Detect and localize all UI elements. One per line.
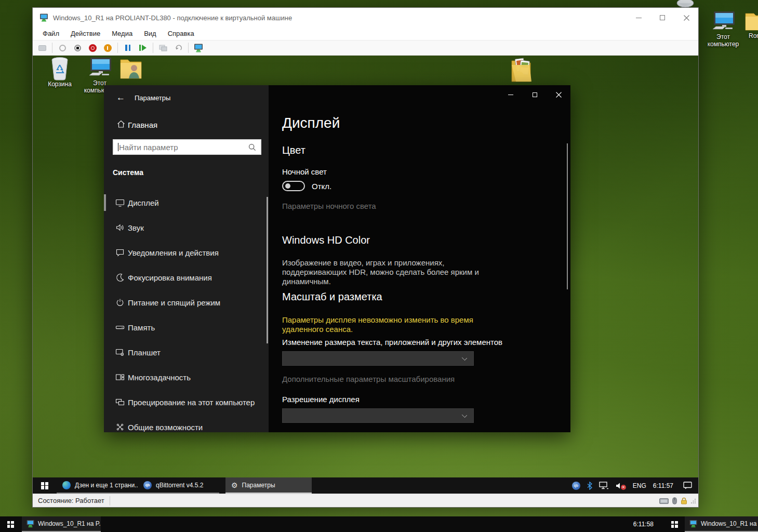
vm-recycle-bin-label: Корзина xyxy=(40,81,79,88)
host-task-vmconnect-monitor2[interactable]: Windows_10_R1 на P... xyxy=(685,516,758,532)
sidebar-scrollbar[interactable] xyxy=(267,197,268,343)
start-vm-button[interactable] xyxy=(138,43,148,53)
host-clock[interactable]: 6:11:58 xyxy=(619,516,654,532)
save-state-button[interactable] xyxy=(102,43,113,53)
sidebar-item-focus[interactable]: Фокусировка внимания xyxy=(104,265,269,290)
qbittorrent-tray-icon[interactable]: qb xyxy=(572,482,580,490)
storage-icon xyxy=(115,323,125,332)
vm-task-settings[interactable]: ⚙ Параметры xyxy=(225,477,312,494)
vm-task-qbittorrent[interactable]: qb qBittorrent v4.5.2 xyxy=(138,477,219,494)
vm-desktop: Корзина Этот компьютер xyxy=(33,56,698,494)
home-icon xyxy=(116,119,126,130)
host-folder-icon[interactable]: Ron xyxy=(744,9,758,49)
scale-section-heading: Масштаб и разметка xyxy=(282,291,382,303)
search-box[interactable] xyxy=(113,139,261,155)
sidebar-item-sound[interactable]: Звук xyxy=(104,215,269,240)
checkpoint-button[interactable] xyxy=(158,43,168,53)
night-light-toggle[interactable] xyxy=(282,181,305,191)
revert-button[interactable] xyxy=(173,43,183,53)
tablet-icon xyxy=(115,348,125,357)
vm-recycle-bin-icon[interactable]: Корзина xyxy=(40,57,79,97)
search-icon[interactable] xyxy=(248,143,256,151)
bluetooth-icon[interactable] xyxy=(587,482,592,490)
chevron-down-icon xyxy=(462,413,467,418)
host-folder-label: Ron xyxy=(744,32,758,39)
sidebar-item-storage[interactable]: Память xyxy=(104,315,269,340)
host-this-pc-icon[interactable]: Этот компьютер xyxy=(705,10,741,51)
monitor-session-icon xyxy=(194,44,203,52)
vm-user-folder-icon[interactable] xyxy=(118,57,144,83)
host-start-button-monitor2[interactable] xyxy=(664,516,685,532)
host-start-button[interactable] xyxy=(0,516,21,532)
vm-task-edge[interactable]: Дзен и еще 1 страни... xyxy=(57,477,138,494)
search-input[interactable] xyxy=(119,141,244,153)
menu-action[interactable]: Действие xyxy=(65,28,106,40)
minimize-icon xyxy=(636,18,642,18)
vm-clock[interactable]: 6:11:57 xyxy=(653,482,673,489)
sidebar-item-home[interactable]: Главная xyxy=(128,121,157,129)
settings-window: ← Параметры Главная Система Диспл xyxy=(104,85,570,432)
revert-icon xyxy=(175,44,182,51)
minimize-button[interactable] xyxy=(627,8,650,28)
close-icon xyxy=(556,92,562,98)
host-task-vmconnect[interactable]: Windows_10_R1 на P... xyxy=(22,516,101,532)
turn-off-button[interactable] xyxy=(72,43,83,53)
save-state-icon xyxy=(104,44,112,52)
desktop-root: { "host": { "taskbar": { "task": "Window… xyxy=(0,0,758,532)
sidebar-item-shared-experiences[interactable]: Общие возможности xyxy=(104,415,269,432)
vmconnect-window: Windows_10_R1 на PROLIANT-DL380 - подклю… xyxy=(32,7,699,508)
menu-help[interactable]: Справка xyxy=(162,28,200,40)
sidebar-item-display[interactable]: Дисплей xyxy=(104,190,269,215)
network-icon[interactable] xyxy=(599,482,609,489)
vm-taskbar: Дзен и еще 1 страни... qb qBittorrent v4… xyxy=(33,477,698,494)
sidebar-item-multitasking[interactable]: Многозадачность xyxy=(104,365,269,390)
maximize-icon xyxy=(533,92,537,97)
menu-view[interactable]: Вид xyxy=(138,28,162,40)
scale-dropdown[interactable] xyxy=(282,351,474,366)
keyboard-icon xyxy=(38,45,46,51)
play-icon xyxy=(139,45,147,51)
sidebar-item-notifications[interactable]: Уведомления и действия xyxy=(104,240,269,265)
settings-maximize-button[interactable] xyxy=(523,85,547,104)
enhanced-session-button[interactable] xyxy=(193,43,204,53)
sidebar-item-tablet[interactable]: Планшет xyxy=(104,340,269,365)
resize-grip[interactable] xyxy=(691,498,696,503)
sidebar-item-projecting[interactable]: Проецирование на этот компьютер xyxy=(104,390,269,415)
vm-system-tray: qb ✕ ENG 6:11:57 xyxy=(572,477,692,494)
back-button[interactable]: ← xyxy=(116,92,125,103)
vm-start-button[interactable] xyxy=(33,477,57,494)
main-scrollbar[interactable] xyxy=(567,143,568,289)
ctrl-alt-del-button[interactable] xyxy=(37,43,47,53)
power-disabled-button[interactable] xyxy=(57,43,68,53)
pause-button[interactable] xyxy=(123,43,133,53)
language-indicator[interactable]: ENG xyxy=(633,482,646,489)
lock-icon xyxy=(681,497,687,504)
settings-window-title: Параметры xyxy=(135,94,170,102)
menu-file[interactable]: Файл xyxy=(37,28,65,40)
vm-pictures-folder-icon[interactable] xyxy=(510,56,534,86)
volume-muted-icon[interactable]: ✕ xyxy=(616,482,626,490)
minimize-icon xyxy=(508,95,513,95)
close-button[interactable] xyxy=(674,8,698,28)
checkpoint-icon xyxy=(159,44,167,51)
settings-minimize-button[interactable] xyxy=(499,85,523,104)
menu-media[interactable]: Медиа xyxy=(106,28,138,40)
action-center-icon[interactable] xyxy=(683,482,692,489)
multitasking-icon xyxy=(115,373,125,382)
resolution-dropdown[interactable] xyxy=(282,408,474,423)
stop-icon xyxy=(74,45,81,51)
hyperv-monitor-icon xyxy=(26,520,34,528)
advanced-scaling-link[interactable]: Дополнительные параметры масштабирования xyxy=(282,375,455,383)
host-taskbar: Windows_10_R1 на P... 6:11:58 Windows_10… xyxy=(0,516,758,532)
sidebar-item-power[interactable]: Питание и спящий режим xyxy=(104,290,269,315)
settings-close-button[interactable] xyxy=(547,85,570,104)
mute-badge: ✕ xyxy=(621,485,626,490)
shared-experiences-icon xyxy=(115,422,125,432)
vmconnect-menubar: Файл Действие Медиа Вид Справка xyxy=(33,28,698,40)
power-gray-icon xyxy=(59,45,66,51)
maximize-button[interactable] xyxy=(650,8,674,28)
night-light-settings-link[interactable]: Параметры ночного света xyxy=(282,202,376,210)
vmconnect-titlebar[interactable]: Windows_10_R1 на PROLIANT-DL380 - подклю… xyxy=(33,8,698,28)
power-icon xyxy=(115,298,125,307)
shutdown-button[interactable] xyxy=(87,43,98,53)
